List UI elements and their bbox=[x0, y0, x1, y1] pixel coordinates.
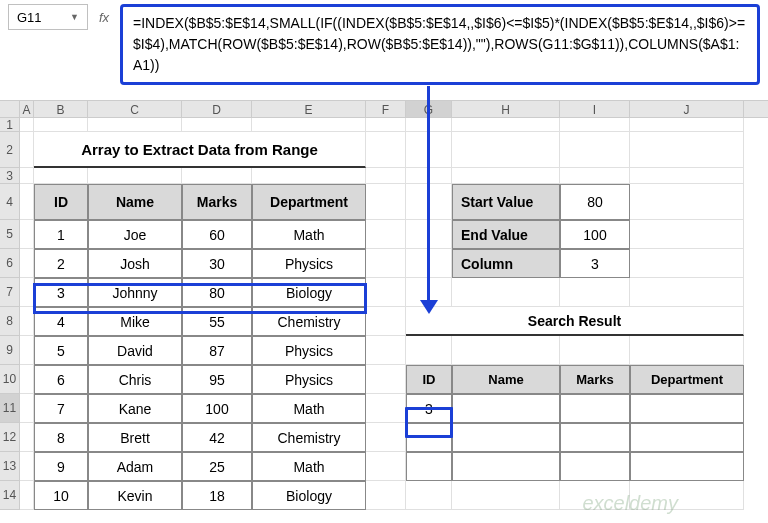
table-row[interactable]: Johnny bbox=[88, 278, 182, 307]
table-row[interactable]: 18 bbox=[182, 481, 252, 510]
table-row[interactable]: 55 bbox=[182, 307, 252, 336]
row-header-10[interactable]: 10 bbox=[0, 365, 20, 394]
table-row[interactable]: Kane bbox=[88, 394, 182, 423]
table-row[interactable]: 25 bbox=[182, 452, 252, 481]
row-header-13[interactable]: 13 bbox=[0, 452, 20, 481]
table-row[interactable]: 5 bbox=[34, 336, 88, 365]
col-header-C[interactable]: C bbox=[88, 101, 182, 117]
row-header-11[interactable]: 11 bbox=[0, 394, 20, 423]
row-header-9[interactable]: 9 bbox=[0, 336, 20, 365]
row-header-2[interactable]: 2 bbox=[0, 132, 20, 168]
table-row[interactable]: 100 bbox=[182, 394, 252, 423]
row-header-4[interactable]: 4 bbox=[0, 184, 20, 220]
row-header-1[interactable]: 1 bbox=[0, 118, 20, 132]
table-row[interactable]: 87 bbox=[182, 336, 252, 365]
table-row[interactable]: Kevin bbox=[88, 481, 182, 510]
param-start-label: Start Value bbox=[452, 184, 560, 220]
result-row[interactable] bbox=[630, 394, 744, 423]
table-row[interactable]: 80 bbox=[182, 278, 252, 307]
table-row[interactable]: Physics bbox=[252, 249, 366, 278]
param-col-label: Column bbox=[452, 249, 560, 278]
active-cell-G11[interactable]: 3 bbox=[406, 394, 452, 423]
result-header-dept: Department bbox=[630, 365, 744, 394]
header-dept: Department bbox=[252, 184, 366, 220]
table-row[interactable]: 1 bbox=[34, 220, 88, 249]
row-header-3[interactable]: 3 bbox=[0, 168, 20, 184]
table-row[interactable]: Biology bbox=[252, 481, 366, 510]
row-header-6[interactable]: 6 bbox=[0, 249, 20, 278]
table-row[interactable]: Physics bbox=[252, 365, 366, 394]
row-header-14[interactable]: 14 bbox=[0, 481, 20, 510]
table-row[interactable]: 60 bbox=[182, 220, 252, 249]
table-row[interactable]: Chemistry bbox=[252, 423, 366, 452]
table-row[interactable]: 8 bbox=[34, 423, 88, 452]
table-row[interactable]: Chris bbox=[88, 365, 182, 394]
row-header-7[interactable]: 7 bbox=[0, 278, 20, 307]
header-name: Name bbox=[88, 184, 182, 220]
result-title: Search Result bbox=[406, 307, 744, 336]
fx-icon[interactable]: fx bbox=[94, 4, 114, 30]
table-row[interactable]: 10 bbox=[34, 481, 88, 510]
col-header-F[interactable]: F bbox=[366, 101, 406, 117]
result-header-marks: Marks bbox=[560, 365, 630, 394]
result-header-name: Name bbox=[452, 365, 560, 394]
result-row[interactable] bbox=[560, 394, 630, 423]
row-header-5[interactable]: 5 bbox=[0, 220, 20, 249]
table-row[interactable]: David bbox=[88, 336, 182, 365]
col-header-I[interactable]: I bbox=[560, 101, 630, 117]
table-row[interactable]: 7 bbox=[34, 394, 88, 423]
table-row[interactable]: 42 bbox=[182, 423, 252, 452]
table-row[interactable]: Joe bbox=[88, 220, 182, 249]
table-row[interactable]: Chemistry bbox=[252, 307, 366, 336]
table-row[interactable]: 95 bbox=[182, 365, 252, 394]
table-row[interactable]: Adam bbox=[88, 452, 182, 481]
result-row[interactable] bbox=[452, 423, 560, 452]
column-headers: A B C D E F G H I J bbox=[0, 100, 768, 118]
result-row[interactable] bbox=[406, 452, 452, 481]
table-row[interactable]: Physics bbox=[252, 336, 366, 365]
select-all-corner[interactable] bbox=[0, 101, 20, 117]
table-row[interactable]: Josh bbox=[88, 249, 182, 278]
param-end-value[interactable]: 100 bbox=[560, 220, 630, 249]
result-row[interactable] bbox=[406, 423, 452, 452]
col-header-E[interactable]: E bbox=[252, 101, 366, 117]
table-row[interactable]: Math bbox=[252, 220, 366, 249]
cells-area[interactable]: Array to Extract Data from Range ID Name… bbox=[20, 118, 768, 510]
table-row[interactable]: 9 bbox=[34, 452, 88, 481]
table-row[interactable]: Math bbox=[252, 394, 366, 423]
header-id: ID bbox=[34, 184, 88, 220]
table-row[interactable]: Math bbox=[252, 452, 366, 481]
row-header-8[interactable]: 8 bbox=[0, 307, 20, 336]
table-row[interactable]: 6 bbox=[34, 365, 88, 394]
chevron-down-icon[interactable]: ▼ bbox=[70, 12, 79, 22]
header-marks: Marks bbox=[182, 184, 252, 220]
name-box[interactable]: G11 ▼ bbox=[8, 4, 88, 30]
table-row[interactable]: 30 bbox=[182, 249, 252, 278]
result-row[interactable] bbox=[452, 452, 560, 481]
table-row[interactable]: 3 bbox=[34, 278, 88, 307]
param-col-value[interactable]: 3 bbox=[560, 249, 630, 278]
arrow-annotation bbox=[412, 86, 442, 318]
col-header-A[interactable]: A bbox=[20, 101, 34, 117]
result-row[interactable] bbox=[560, 423, 630, 452]
table-row[interactable]: Mike bbox=[88, 307, 182, 336]
formula-bar[interactable]: =INDEX($B$5:$E$14,SMALL(IF((INDEX($B$5:$… bbox=[120, 4, 760, 85]
name-box-value: G11 bbox=[17, 10, 42, 25]
col-header-B[interactable]: B bbox=[34, 101, 88, 117]
col-header-D[interactable]: D bbox=[182, 101, 252, 117]
table-row[interactable]: Brett bbox=[88, 423, 182, 452]
table-row[interactable]: Biology bbox=[252, 278, 366, 307]
table-row[interactable]: 4 bbox=[34, 307, 88, 336]
col-header-J[interactable]: J bbox=[630, 101, 744, 117]
result-row[interactable] bbox=[560, 452, 630, 481]
result-header-id: ID bbox=[406, 365, 452, 394]
result-row[interactable] bbox=[630, 452, 744, 481]
param-start-value[interactable]: 80 bbox=[560, 184, 630, 220]
table-row[interactable]: 2 bbox=[34, 249, 88, 278]
result-row[interactable] bbox=[452, 394, 560, 423]
spreadsheet-grid: A B C D E F G H I J 1 2 3 4 5 6 7 8 9 10… bbox=[0, 100, 768, 523]
table-title: Array to Extract Data from Range bbox=[34, 132, 366, 168]
col-header-H[interactable]: H bbox=[452, 101, 560, 117]
row-header-12[interactable]: 12 bbox=[0, 423, 20, 452]
result-row[interactable] bbox=[630, 423, 744, 452]
